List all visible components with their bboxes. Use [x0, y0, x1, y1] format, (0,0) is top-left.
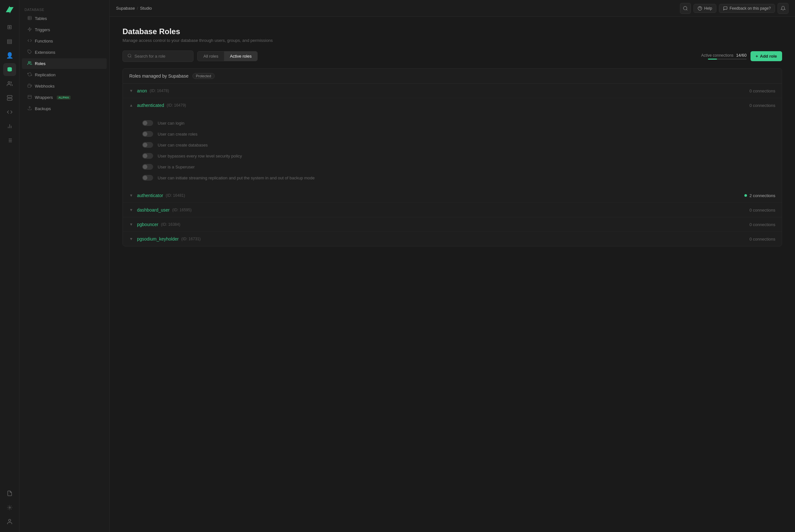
role-row-anon[interactable]: ▼ anon (ID: 16478) 0 connections: [123, 84, 782, 98]
role-id-pgbouncer: (ID: 16384): [161, 222, 180, 227]
search-box[interactable]: [123, 51, 194, 62]
svg-point-1: [8, 81, 10, 83]
role-name-authenticator: authenticator: [137, 193, 163, 198]
svg-point-29: [684, 6, 687, 10]
role-id-anon: (ID: 16478): [149, 89, 169, 93]
chevron-pgsodium-keyholder: ▼: [129, 237, 134, 241]
sidebar-item-extensions[interactable]: Extensions: [22, 47, 107, 58]
roles-panel-header: Roles managed by Supabase Protected: [123, 69, 782, 84]
notifications-button[interactable]: [778, 3, 789, 14]
toggle-create-databases[interactable]: [142, 142, 153, 148]
search-button[interactable]: [680, 3, 691, 14]
extensions-label: Extensions: [35, 50, 55, 55]
toolbar-row: All roles Active roles Active connection…: [123, 51, 782, 62]
storage-nav-icon[interactable]: [3, 92, 16, 104]
perm-label-bypass-rls: User bypasses every row level security p…: [158, 154, 242, 158]
connections-bar: [708, 59, 747, 60]
connections-stat: Active connections 14/60: [701, 53, 747, 60]
chevron-anon: ▼: [129, 89, 134, 93]
app-logo: [4, 4, 16, 16]
toggle-create-roles[interactable]: [142, 131, 153, 137]
authenticator-connection-count: 2 connections: [749, 193, 775, 198]
panel-title: Roles managed by Supabase: [129, 73, 188, 79]
database-icon[interactable]: [3, 63, 16, 76]
icon-rail: ⊞ ▤ 👤: [0, 0, 19, 532]
perm-row-login: User can login: [142, 117, 775, 129]
replication-icon: [27, 72, 32, 78]
logs-icon[interactable]: [3, 134, 16, 147]
settings-nav-icon[interactable]: [3, 501, 16, 514]
search-icon: [127, 54, 132, 59]
role-name-authenticated: authenticated: [137, 103, 164, 108]
breadcrumb-supabase: Supabase: [116, 6, 135, 11]
connections-label: Active connections: [701, 53, 734, 58]
topbar-right: Help Feedback on this page?: [680, 3, 789, 14]
edge-functions-icon[interactable]: [3, 106, 16, 118]
functions-icon: [27, 38, 32, 44]
tab-active-roles[interactable]: Active roles: [224, 52, 257, 61]
tables-label: Tables: [35, 16, 47, 21]
role-name-pgsodium-keyholder: pgsodium_keyholder: [137, 236, 179, 242]
role-id-dashboard-user: (ID: 16595): [172, 208, 192, 212]
home-icon[interactable]: ⊞: [3, 21, 16, 34]
docs-icon[interactable]: [3, 487, 16, 500]
backups-icon: [27, 106, 32, 111]
extensions-icon: [27, 50, 32, 55]
role-row-authenticator[interactable]: ▼ authenticator (ID: 16481) 2 connection…: [123, 188, 782, 203]
profile-avatar[interactable]: [3, 515, 16, 528]
sidebar: Database Tables Triggers Functions: [19, 0, 110, 532]
role-expanded-authenticated: User can login User can create roles Use…: [123, 112, 782, 188]
perm-label-superuser: User is a Superuser: [158, 165, 195, 169]
breadcrumb: Supabase / Studio: [116, 6, 152, 11]
pgbouncer-connection-count: 0 connections: [749, 222, 775, 227]
search-input[interactable]: [134, 54, 188, 59]
functions-label: Functions: [35, 39, 53, 43]
tables-icon: [27, 16, 32, 21]
sidebar-item-backups[interactable]: Backups: [22, 103, 107, 114]
help-button[interactable]: Help: [693, 4, 716, 13]
replication-label: Replication: [35, 73, 55, 77]
sidebar-item-roles[interactable]: Roles: [22, 58, 107, 69]
sidebar-item-functions[interactable]: Functions: [22, 36, 107, 46]
roles-label: Roles: [35, 61, 46, 66]
sidebar-item-wrappers[interactable]: Wrappers ALPHA: [22, 92, 107, 103]
add-role-label: Add role: [760, 54, 777, 59]
role-row-dashboard-user[interactable]: ▼ dashboard_user (ID: 16595) 0 connectio…: [123, 203, 782, 217]
toggle-superuser[interactable]: [142, 164, 153, 170]
authentication-icon[interactable]: 👤: [3, 49, 16, 62]
help-label: Help: [704, 6, 712, 11]
users-nav-icon[interactable]: [3, 77, 16, 90]
table-editor-icon[interactable]: ▤: [3, 35, 16, 48]
sidebar-item-replication[interactable]: Replication: [22, 70, 107, 80]
role-row-pgbouncer[interactable]: ▼ pgbouncer (ID: 16384) 0 connections: [123, 217, 782, 232]
main-area: Supabase / Studio Help: [110, 0, 795, 532]
sidebar-item-triggers[interactable]: Triggers: [22, 24, 107, 35]
svg-line-30: [686, 10, 687, 10]
role-name-anon: anon: [137, 88, 147, 93]
perm-label-create-roles: User can create roles: [158, 132, 198, 136]
dashboard-user-connection-count: 0 connections: [749, 208, 775, 212]
add-role-icon: +: [756, 54, 758, 59]
role-row-pgsodium-keyholder[interactable]: ▼ pgsodium_keyholder (ID: 16731) 0 conne…: [123, 232, 782, 246]
feedback-button[interactable]: Feedback on this page?: [719, 4, 775, 13]
feedback-label: Feedback on this page?: [729, 6, 771, 11]
sidebar-item-webhooks[interactable]: Webhooks: [22, 81, 107, 92]
toggle-bypass-rls[interactable]: [142, 153, 153, 159]
analytics-icon[interactable]: [3, 120, 16, 133]
page-title: Database Roles: [123, 27, 782, 36]
triggers-icon: [27, 27, 32, 33]
role-connections-authenticated: 0 connections: [749, 103, 775, 108]
sidebar-item-tables[interactable]: Tables: [22, 13, 107, 24]
add-role-button[interactable]: + Add role: [751, 51, 782, 61]
chevron-authenticator: ▼: [129, 193, 134, 198]
perm-row-streaming: User can initiate streaming replication …: [142, 172, 775, 183]
svg-rect-2: [7, 96, 12, 98]
tab-all-roles[interactable]: All roles: [198, 52, 224, 61]
perm-row-create-roles: User can create roles: [142, 129, 775, 139]
toggle-login[interactable]: [142, 120, 153, 126]
alpha-badge: ALPHA: [57, 96, 71, 99]
role-row-authenticated[interactable]: ▲ authenticated (ID: 16479) 0 connection…: [123, 98, 782, 112]
permissions-list: User can login User can create roles Use…: [123, 112, 782, 188]
toggle-streaming[interactable]: [142, 175, 153, 180]
role-id-authenticated: (ID: 16479): [167, 103, 186, 108]
